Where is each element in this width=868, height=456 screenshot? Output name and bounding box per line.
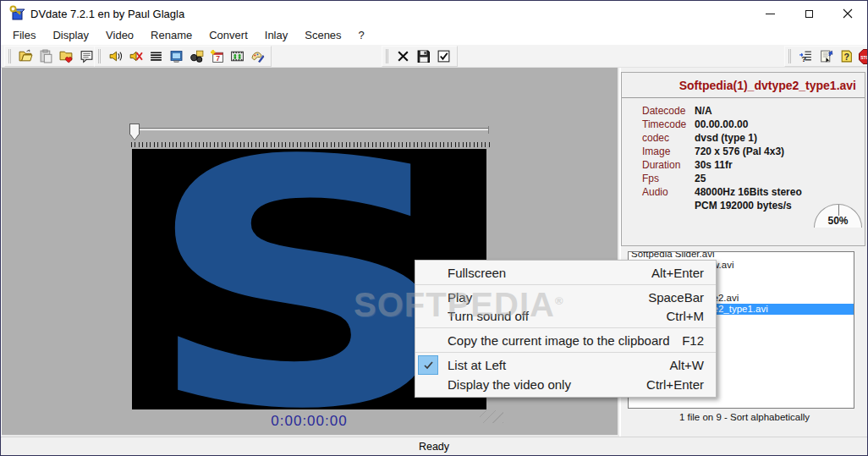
save-button[interactable]	[413, 47, 433, 66]
insert-datecode-icon: 7	[210, 49, 224, 63]
svg-text:?: ?	[843, 52, 849, 62]
close-button[interactable]	[828, 1, 867, 26]
monitor-button[interactable]	[166, 47, 186, 66]
info-row-duration: Duration30s 11fr	[642, 158, 865, 172]
seek-slider-thumb[interactable]	[129, 124, 140, 140]
softpedia-watermark: SOFTPEDIA®	[354, 286, 564, 324]
checkmark-box	[418, 355, 438, 375]
properties-button[interactable]	[816, 47, 836, 66]
sound-off-button[interactable]	[125, 47, 146, 66]
toolbar-group-system: ? ? STOP	[784, 46, 868, 67]
toolbar-grip[interactable]	[788, 49, 791, 63]
playlist-button[interactable]	[146, 47, 166, 66]
requester-icon: ?	[799, 49, 813, 63]
delete-icon	[396, 49, 410, 63]
context-menu: Fullscreen Alt+Enter Play SpaceBar Turn …	[415, 260, 717, 398]
info-row-datecode: DatecodeN/A	[642, 104, 865, 118]
toolbar-grip[interactable]	[98, 49, 101, 63]
toolbar-group-edit	[382, 46, 458, 67]
scenes-button[interactable]	[227, 47, 247, 66]
menu-item-list-at-left[interactable]: List at Left Alt+W	[415, 355, 716, 375]
title-bar: DVdate 7.2.1 en by Paul Glagla	[1, 1, 867, 26]
close-icon	[843, 8, 853, 19]
menu-bar: Files Display Video Rename Convert Inlay…	[1, 26, 867, 45]
menu-separator	[415, 352, 716, 353]
menu-item-display-video-only[interactable]: Display the video only Ctrl+Enter	[415, 375, 716, 394]
render-quality-icon	[250, 49, 265, 63]
paste-icon	[39, 49, 53, 63]
file-info-panel: Softpedia(1)_dvtype2_type1.avi DatecodeN…	[621, 72, 865, 246]
maximize-icon	[805, 10, 813, 18]
insert-datecode-button[interactable]: 7	[206, 47, 227, 66]
gauge-value: 50%	[815, 215, 861, 227]
requester-button[interactable]: ?	[795, 47, 816, 66]
menu-separator	[415, 327, 716, 328]
scenes-icon	[230, 49, 244, 63]
window-title: DVdate 7.2.1 en by Paul Glagla	[30, 8, 750, 20]
info-row-image: Image720 x 576 (Pal 4x3)	[642, 145, 865, 158]
list-item[interactable]: Softpedia Slider.avi	[629, 251, 854, 260]
search-files-button[interactable]	[186, 47, 206, 66]
menu-item-copy-image[interactable]: Copy the current image to the clipboard …	[415, 331, 716, 349]
menu-display[interactable]: Display	[44, 26, 97, 45]
checkmark-icon	[423, 360, 434, 371]
menu-video[interactable]: Video	[97, 26, 142, 45]
svg-text:?: ?	[801, 54, 806, 63]
menu-item-fullscreen[interactable]: Fullscreen Alt+Enter	[415, 263, 716, 282]
info-row-codec: codecdvsd (type 1)	[642, 131, 865, 145]
svg-text:7: 7	[216, 54, 220, 63]
properties-icon	[819, 49, 833, 63]
menu-rename[interactable]: Rename	[142, 26, 201, 45]
help-button[interactable]: ?	[836, 47, 856, 66]
check-icon	[437, 49, 451, 63]
help-icon: ?	[839, 49, 854, 63]
divider	[622, 97, 865, 98]
delete-button[interactable]	[393, 47, 413, 66]
app-icon	[8, 5, 25, 22]
frame-ruler	[131, 142, 490, 147]
stop-button[interactable]: STOP	[856, 47, 868, 66]
render-quality-button[interactable]	[247, 47, 267, 66]
comment-icon	[80, 49, 94, 63]
menu-convert[interactable]: Convert	[201, 26, 256, 45]
menu-help[interactable]: ?	[350, 26, 373, 45]
seek-slider-track[interactable]	[130, 128, 489, 130]
menu-scenes[interactable]: Scenes	[296, 26, 349, 45]
paste-button[interactable]	[36, 47, 56, 66]
sound-off-icon	[129, 49, 143, 63]
check-options-button[interactable]	[433, 47, 453, 66]
monitor-icon	[169, 49, 184, 63]
stop-icon: STOP	[859, 49, 868, 64]
maximize-button[interactable]	[789, 1, 828, 26]
menu-separator	[415, 284, 716, 285]
svg-text:STOP: STOP	[860, 54, 868, 59]
toolbar: 7	[1, 45, 867, 68]
search-files-icon	[190, 49, 204, 63]
status-text: Ready	[419, 441, 449, 453]
minimize-icon	[766, 14, 775, 14]
status-bar: Ready	[1, 437, 867, 455]
info-row-timecode: Timecode00.00.00.00	[642, 118, 865, 131]
info-row-fps: Fps25	[642, 172, 865, 185]
toolbar-group-video: 7	[94, 46, 272, 67]
info-row-audio: Audio48000Hz 16Bits stereo	[642, 185, 865, 199]
toolbar-grip[interactable]	[386, 49, 388, 63]
menu-inlay[interactable]: Inlay	[256, 26, 296, 45]
file-list-caption: 1 file on 9 - Sort alphabetically	[621, 412, 868, 422]
playlist-icon	[149, 49, 163, 63]
minimize-button[interactable]	[750, 1, 789, 26]
favorites-folder-icon	[59, 49, 74, 63]
open-file-button[interactable]	[15, 47, 36, 66]
timecode-display: 0:00:00:00	[132, 413, 486, 430]
app-window: DVdate 7.2.1 en by Paul Glagla Files Dis…	[0, 0, 868, 456]
toolbar-group-files	[4, 46, 101, 67]
menu-files[interactable]: Files	[4, 26, 44, 45]
save-icon	[416, 49, 431, 63]
current-file-name: Softpedia(1)_dvtype2_type1.avi	[622, 73, 865, 97]
sound-on-icon	[108, 49, 123, 63]
toolbar-grip[interactable]	[8, 49, 11, 63]
file-info-rows: DatecodeN/A Timecode00.00.00.00 codecdvs…	[642, 104, 865, 212]
sound-on-button[interactable]	[105, 47, 125, 66]
open-file-icon	[19, 49, 33, 63]
favorites-button[interactable]	[56, 47, 76, 66]
